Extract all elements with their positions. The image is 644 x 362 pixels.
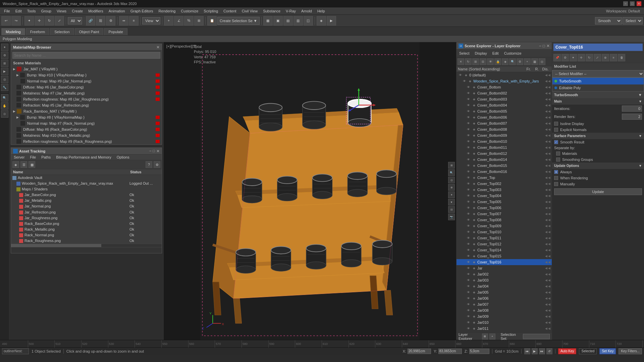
tab-object-paint[interactable]: Object Paint [75, 28, 104, 35]
mat-bump-10[interactable]: ▶ Bump: Map #10 { VRayNormalMap } [11, 72, 162, 78]
create-selection-button[interactable]: Create Selection Se ▼ [217, 17, 260, 25]
se-row-31[interactable]: 👁 ◈ Cover_Top016 ◀ ◀ [457, 259, 552, 265]
asset-tb-btn1[interactable]: ◈ [12, 161, 19, 168]
play-btn[interactable]: ▶ [532, 348, 538, 354]
orbit-icon[interactable]: ⊙ [1, 110, 8, 118]
zoom-icon[interactable]: 🔍 [1, 94, 8, 102]
asset-row-jar-roughness[interactable]: Jar_Roughness.png Ok [11, 215, 162, 221]
le-footer-btn1[interactable]: ⊞ [482, 334, 488, 340]
edit-named-sel-button[interactable]: 📋 [207, 16, 217, 25]
create-icon[interactable]: ✦ [1, 44, 8, 51]
se-row-15[interactable]: 👁 ◈ Cover_Bottom015 ◀ ◀ [457, 163, 552, 169]
asset-menu-options[interactable]: Options [114, 155, 132, 160]
mat-rack-normal-7[interactable]: Normal map: Map #7 (Rack_Normal.png) [11, 120, 162, 126]
layer-btn-3[interactable]: ▤ [283, 16, 293, 25]
tab-populate[interactable]: Populate [104, 28, 127, 35]
se-tb-btn9[interactable]: ⚙ [517, 58, 523, 65]
mod-collapse-btn[interactable]: ≡ [610, 54, 617, 61]
y-coord-input[interactable] [438, 349, 462, 354]
motion-icon[interactable]: ▶ [1, 68, 8, 75]
vp-icon-6[interactable]: ▼ [448, 199, 455, 205]
tab-modeling[interactable]: Modeling [1, 28, 25, 35]
se-row-12[interactable]: 👁 ◈ Cover_Bottom011 ◀ ◀ [457, 144, 552, 150]
turbosmooth-header[interactable]: TurboSmooth ▼ [552, 92, 644, 98]
se-row-26[interactable]: 👁 ◈ Cover_Top010 ◀ ◀ [457, 229, 552, 235]
mat-rack-bump-8[interactable]: ▶ Bump: Map #8 { VRayNormalMap } [11, 114, 162, 120]
mat-rack-metalness-10[interactable]: Metalness: Map #10 (Rack_Metallic.png) [11, 132, 162, 138]
se-tb-btn2[interactable]: ↻ [465, 58, 472, 65]
smooth-result-checkbox[interactable]: ✓ [554, 140, 558, 144]
se-row-19[interactable]: 👁 ◈ Cover_Top003 ◀ ◀ [457, 187, 552, 193]
angle-snap-button[interactable]: ∠ [174, 16, 183, 25]
se-row-9[interactable]: 👁 ◈ Cover_Bottom008 ◀ ◀ [457, 126, 552, 132]
se-row-6[interactable]: 👁 ◈ Cover_Bottom005 ◀ ◀ [457, 108, 552, 114]
asset-row-rack-metallic[interactable]: Rack_Metallic.png Ok [11, 227, 162, 232]
move-button[interactable]: ✛ [35, 16, 44, 25]
iterations-input[interactable] [622, 106, 642, 112]
se-row-24[interactable]: 👁 ◈ Cover_Top008 ◀ ◀ [457, 217, 552, 223]
mod-scale-btn[interactable]: ⤢ [594, 54, 601, 61]
se-row-33[interactable]: 👁 ◈ Jar002 ◀ ◀ [457, 271, 552, 277]
select-dropdown[interactable]: Select [623, 17, 643, 24]
se-tb-btn7[interactable]: ◈ [502, 58, 508, 65]
mat-rack-bamboo[interactable]: ▶ Rack_Bamboo_MAT ( VRayMtl ) [11, 108, 162, 114]
se-row-1[interactable]: 👁 ◈ Wooden_Spice_Rack_with_Empty_Jars ◀ … [457, 78, 552, 84]
se-row-10[interactable]: 👁 ◈ Cover_Bottom009 ◀ ◀ [457, 132, 552, 138]
menu-graph-editors[interactable]: Graph Editors [128, 7, 156, 15]
mod-sel-btn[interactable]: ✦ [570, 54, 577, 61]
se-row-16[interactable]: 👁 ◈ Cover_Bottom016 ◀ ◀ [457, 169, 552, 175]
se-row-4[interactable]: 👁 ◈ Cover_Bottom003 ◀ ◀ [457, 96, 552, 102]
modify-icon[interactable]: ⚙ [1, 52, 8, 59]
se-row-5[interactable]: 👁 ◈ Cover_Bottom004 ◀ ◀ [457, 102, 552, 108]
asset-tracking-min[interactable]: − [149, 149, 151, 154]
x-coord-input[interactable] [408, 349, 431, 354]
select-tool-button[interactable]: ✦ [24, 16, 34, 25]
asset-path-input[interactable] [11, 247, 162, 253]
key-filters-button[interactable]: Key Filters... [619, 348, 642, 354]
update-options-header[interactable]: Update Options ▼ [552, 163, 644, 169]
menu-views[interactable]: Views [54, 7, 69, 15]
se-row-38[interactable]: 👁 ◈ Jar007 ◀ ◀ [457, 301, 552, 307]
render-button[interactable]: ▶ [327, 16, 336, 25]
view-dropdown[interactable]: View [142, 17, 160, 24]
when-rendering-checkbox[interactable] [554, 176, 558, 180]
display-icon[interactable]: ◎ [1, 76, 8, 83]
undo-button[interactable]: ↩ [1, 16, 11, 25]
asset-tb-settings[interactable]: ⚙ [154, 161, 160, 168]
vp-icon-7[interactable]: ⊟ [448, 206, 455, 213]
minimize-button[interactable]: − [623, 1, 628, 6]
asset-scrollbar-h[interactable] [11, 244, 162, 247]
layer-btn-1[interactable]: ▦ [263, 16, 273, 25]
menu-modifiers[interactable]: Modifiers [86, 7, 106, 15]
align-button[interactable]: ≡ [129, 16, 139, 25]
mod-more-btn[interactable]: ⊕ [602, 54, 609, 61]
asset-row-jar-metallic[interactable]: Jar_Metallic.png Ok [11, 198, 162, 203]
asset-row-jar-refrection[interactable]: Jar_Refrection.png Ok [11, 209, 162, 215]
se-row-27[interactable]: 👁 ◈ Cover_Top011 ◀ ◀ [457, 235, 552, 241]
se-row-28[interactable]: 👁 ◈ Cover_Top012 ◀ ◀ [457, 241, 552, 247]
se-row-41[interactable]: 👁 ◈ Jar010 ◀ ◀ [457, 319, 552, 325]
manually-checkbox[interactable] [554, 182, 558, 186]
asset-row-jar-normal[interactable]: Jar_Normal.png Ok [11, 203, 162, 209]
menu-group[interactable]: Group [38, 7, 54, 15]
se-row-17[interactable]: 👁 ◈ Cover_Top ◀ ◀ [457, 175, 552, 181]
se-row-39[interactable]: 👁 ◈ Jar008 ◀ ◀ [457, 307, 552, 313]
se-row-34[interactable]: 👁 ◈ Jar003 ◀ ◀ [457, 277, 552, 283]
asset-scroll-thumb[interactable] [11, 244, 101, 247]
asset-menu-bitmap[interactable]: Bitmap Performance and Memory [53, 155, 114, 160]
menu-vray[interactable]: V-Ray [283, 7, 299, 15]
se-tb-btn8[interactable]: 🔍 [509, 58, 516, 65]
se-row-36[interactable]: 👁 ◈ Jar005 ◀ ◀ [457, 289, 552, 295]
se-menu-edit[interactable]: Edit [490, 50, 501, 57]
se-row-2[interactable]: 👁 ◈ Cover_Bottom ◀ ◀ [457, 84, 552, 90]
se-row-22[interactable]: 👁 ◈ Cover_Top006 ◀ ◀ [457, 205, 552, 211]
layer-btn-4[interactable]: ▥ [293, 16, 303, 25]
se-row-30[interactable]: 👁 ◈ Cover_Top015 ◀ ◀ [457, 253, 552, 259]
asset-tb-btn2[interactable]: ☰ [20, 161, 27, 168]
se-menu-customize[interactable]: Customize [501, 50, 524, 57]
se-close-btn[interactable]: ✕ [546, 44, 550, 48]
asset-row-vault[interactable]: Autodesk Vault [11, 175, 162, 181]
mod-del-btn[interactable]: 🗑 [618, 54, 625, 61]
vp-icon-3[interactable]: ◎ [448, 177, 455, 183]
se-tb-btn3[interactable]: ⊞ [472, 58, 479, 65]
